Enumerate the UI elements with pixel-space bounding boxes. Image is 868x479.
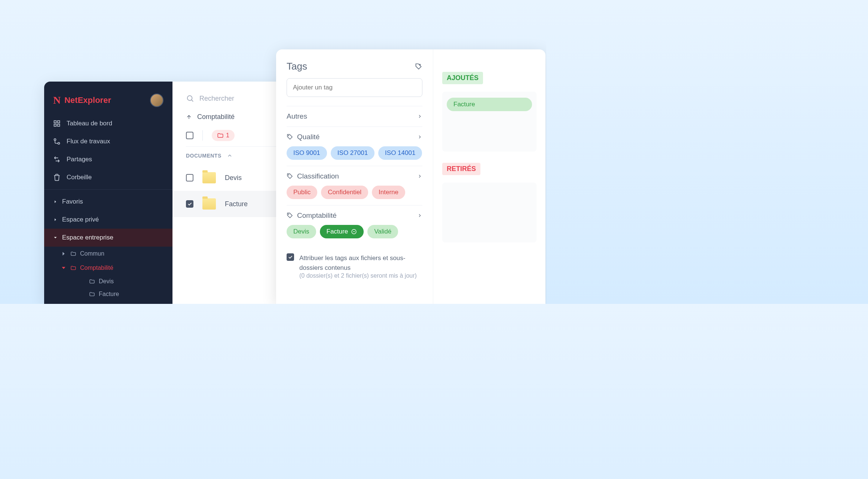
- tree-leaf-facture[interactable]: Facture: [61, 288, 172, 300]
- attribute-text: Attribuer les tags aux fichiers et sous-…: [299, 253, 422, 272]
- removed-label: RETIRÉS: [442, 163, 480, 175]
- tag-add-icon[interactable]: [415, 63, 422, 70]
- sidebar: N NetExplorer Tableau de bord Flux de tr…: [44, 82, 172, 304]
- logo[interactable]: N NetExplorer: [53, 94, 111, 106]
- folder-outline-icon: [89, 291, 95, 297]
- tag-valide[interactable]: Validé: [367, 225, 398, 238]
- svg-rect-3: [58, 124, 60, 126]
- folder-icon: [217, 132, 224, 139]
- category-comptabilite[interactable]: Comptabilité: [287, 211, 422, 220]
- svg-point-10: [288, 135, 289, 136]
- chevron-up-icon: [227, 153, 233, 159]
- avatar[interactable]: [150, 94, 163, 107]
- added-box: Facture: [442, 92, 537, 152]
- tag-confidentiel[interactable]: Confidentiel: [321, 186, 368, 199]
- tree-label: Facture: [99, 291, 119, 298]
- svg-rect-2: [54, 124, 56, 126]
- folder-icon: [202, 172, 216, 183]
- grid-icon: [53, 120, 61, 127]
- workflow-icon: [53, 138, 61, 145]
- sidebar-favoris[interactable]: Favoris: [44, 193, 172, 211]
- tag-iso14001[interactable]: ISO 14001: [378, 146, 422, 160]
- folder-count: 1: [226, 132, 229, 139]
- chevron-right-icon: [417, 114, 422, 119]
- tag-facture-selected[interactable]: Facture: [320, 225, 364, 238]
- tag-iso27001[interactable]: ISO 27001: [331, 146, 375, 160]
- caret-right-icon: [53, 199, 58, 204]
- category-qualite[interactable]: Qualité: [287, 133, 422, 141]
- tags-left: Tags Autres Qualité ISO 9001 I: [276, 49, 433, 304]
- added-label: AJOUTÉS: [442, 72, 483, 84]
- tags-right: AJOUTÉS Facture RETIRÉS: [433, 49, 545, 304]
- chevron-right-icon: [417, 174, 422, 179]
- section-label: Espace entreprise: [62, 234, 113, 241]
- tree-label: Devis: [99, 278, 114, 285]
- svg-point-11: [288, 175, 289, 176]
- caret-down-icon: [61, 265, 67, 271]
- added-tag-facture[interactable]: Facture: [447, 98, 532, 111]
- nav-dashboard[interactable]: Tableau de bord: [44, 115, 172, 132]
- tags-icon: [287, 134, 293, 140]
- app-name: NetExplorer: [64, 95, 111, 105]
- tags-title: Tags: [287, 61, 307, 72]
- svg-point-5: [58, 143, 60, 144]
- tag-interne[interactable]: Interne: [372, 186, 405, 199]
- svg-point-6: [187, 96, 192, 101]
- chevron-right-icon: [417, 213, 422, 218]
- logo-icon: N: [53, 94, 61, 106]
- category-label: Classification: [297, 172, 339, 180]
- nav-label: Tableau de bord: [67, 120, 112, 127]
- category-autres[interactable]: Autres: [287, 112, 422, 120]
- tag-input[interactable]: [287, 78, 422, 97]
- tree-item-commun[interactable]: Commun: [61, 247, 172, 261]
- shares-icon: [53, 156, 61, 163]
- remove-icon: [351, 229, 357, 235]
- breadcrumb-label: Comptabilité: [197, 113, 235, 121]
- category-label: Comptabilité: [297, 211, 337, 220]
- svg-point-4: [54, 139, 56, 141]
- chevron-right-icon: [417, 134, 422, 140]
- category-label: Qualité: [297, 133, 320, 141]
- row-checkbox[interactable]: [186, 174, 193, 181]
- tag-public[interactable]: Public: [287, 186, 317, 199]
- search-placeholder: Rechercher: [199, 95, 234, 103]
- sidebar-prive[interactable]: Espace privé: [44, 211, 172, 229]
- attribute-checkbox[interactable]: [287, 253, 294, 261]
- tag-iso9001[interactable]: ISO 9001: [287, 146, 327, 160]
- removed-box: [442, 183, 537, 242]
- nav-shares[interactable]: Partages: [44, 150, 172, 168]
- tree-item-comptabilite[interactable]: Comptabilité: [61, 261, 172, 275]
- row-checkbox[interactable]: [186, 200, 193, 208]
- sidebar-entreprise[interactable]: Espace entreprise: [44, 229, 172, 247]
- divider: [202, 130, 203, 141]
- caret-right-icon: [53, 217, 58, 222]
- folder-outline-icon: [70, 251, 76, 257]
- nav-label: Partages: [67, 156, 92, 163]
- caret-down-icon: [53, 235, 58, 240]
- section-label: DOCUMENTS: [186, 153, 221, 159]
- nav-label: Flux de travaux: [67, 138, 110, 145]
- nav-workflow[interactable]: Flux de travaux: [44, 132, 172, 150]
- nav-trash[interactable]: Corbeille: [44, 168, 172, 186]
- select-all-checkbox[interactable]: [186, 132, 193, 139]
- file-name: Devis: [225, 174, 242, 182]
- divider: [44, 189, 172, 190]
- search-icon: [186, 94, 194, 103]
- attribute-row: Attribuer les tags aux fichiers et sous-…: [287, 253, 422, 279]
- tags-panel: Tags Autres Qualité ISO 9001 I: [276, 49, 545, 304]
- folder-icon: [202, 198, 216, 210]
- file-name: Facture: [225, 200, 248, 208]
- category-classification[interactable]: Classification: [287, 172, 422, 180]
- category-label: Autres: [287, 112, 307, 120]
- section-label: Espace privé: [62, 216, 99, 223]
- tag-devis[interactable]: Devis: [287, 225, 316, 238]
- attribute-sub: (0 dossier(s) et 2 fichier(s) seront mis…: [299, 272, 422, 279]
- tree-leaf-devis[interactable]: Devis: [61, 275, 172, 288]
- folder-count-badge[interactable]: 1: [212, 130, 235, 141]
- check-icon: [187, 201, 192, 207]
- tags-icon: [287, 173, 293, 180]
- tree-label: Comptabilité: [80, 265, 113, 271]
- svg-point-12: [288, 214, 289, 215]
- folder-outline-icon: [70, 265, 76, 271]
- folder-outline-icon: [89, 278, 95, 284]
